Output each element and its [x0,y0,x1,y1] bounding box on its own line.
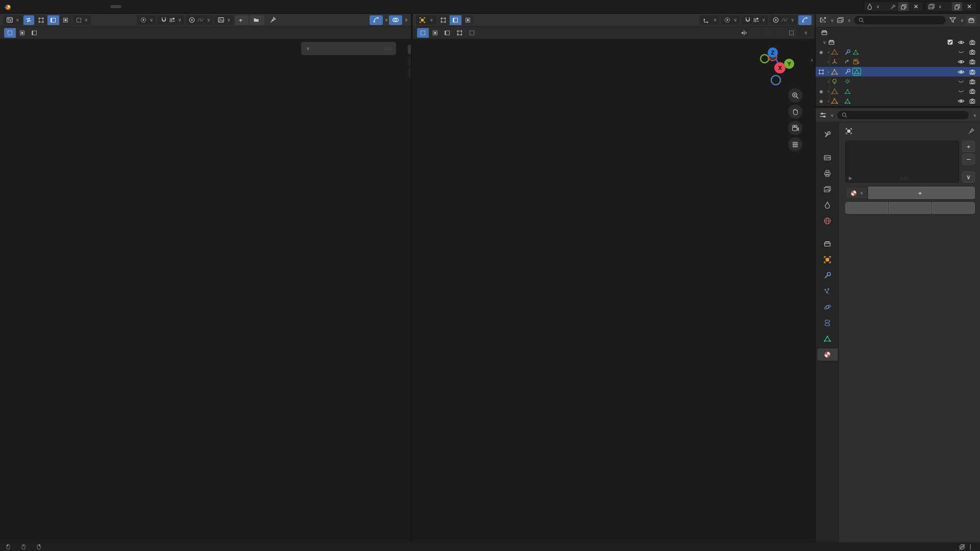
workspace-tab-layout[interactable] [74,5,85,8]
viewport-canvas[interactable] [413,39,815,542]
delete-scene-button[interactable]: ✕ [911,2,921,11]
workspace-tab-animation[interactable] [147,5,158,8]
options-dropdown[interactable]: ∨ [798,28,811,38]
overlays-dropdown[interactable]: ∨ [404,17,408,22]
vp-menu-uv[interactable] [539,19,547,21]
editor-type-button[interactable]: ∨ [3,15,22,25]
mesh-select-edge-button[interactable] [450,15,461,25]
camera-visibility-icon[interactable] [969,88,976,95]
outliner-display-mode-icon[interactable] [819,16,827,24]
add-material-slot-button[interactable]: ＋ [962,141,975,152]
eye-closed-icon[interactable] [958,88,965,95]
eye-open-icon[interactable] [958,68,965,76]
proportional-editing-button[interactable]: ∨ [769,15,797,25]
pin-icon[interactable] [890,4,896,10]
select-mode-vertex-button[interactable] [35,15,47,25]
workspace-tab-sculpting[interactable] [98,5,109,8]
select-set-mode-button[interactable] [417,28,429,38]
uv-menu-image[interactable] [110,19,118,21]
sidebar-collapse-arrow[interactable]: ‹ [811,57,813,64]
outliner-row-light[interactable]: › [816,77,980,86]
outliner-row-scene-collection[interactable] [816,28,980,37]
vp-menu-view[interactable] [475,19,483,21]
sidebar-tab-image[interactable] [407,44,411,55]
snap-button[interactable]: ∨ [741,15,769,25]
properties-search-input[interactable] [837,110,970,120]
select-intersect-mode-button[interactable] [466,28,478,38]
menu-help[interactable] [50,6,58,8]
properties-tab-data[interactable] [817,333,838,345]
select-difference-mode-button[interactable] [454,28,465,38]
select-extend-mode-button[interactable] [16,28,28,38]
image-new-button[interactable]: ＋ [235,15,249,25]
menu-render[interactable] [32,6,40,8]
pin-icon[interactable] [270,16,277,23]
disclosure-open-icon[interactable]: ∨ [823,40,826,45]
outliner-row-leg[interactable]: › [816,67,980,77]
select-set-mode-button[interactable] [4,28,16,38]
uv-vertex-panel[interactable]: ∨ :::: [301,42,396,55]
filter-icon[interactable] [949,16,957,24]
new-collection-button[interactable] [966,16,976,25]
new-view-layer-button[interactable] [952,2,962,11]
menu-edit[interactable] [22,6,31,8]
menu-window[interactable] [41,6,49,8]
properties-tab-constraints[interactable] [817,317,838,329]
properties-tab-object[interactable] [817,254,838,266]
mirror-y-toggle[interactable] [762,28,772,38]
show-gizmo-toggle[interactable] [798,15,812,25]
add-workspace-button[interactable] [208,5,219,8]
select-button[interactable] [889,202,932,214]
properties-tab-material[interactable] [817,348,838,361]
snap-button[interactable]: ∨ [157,15,185,25]
outliner-row-collection[interactable]: ∨ [816,37,980,47]
pivot-point-button[interactable]: ∨ [137,15,156,25]
eye-open-icon[interactable] [958,58,965,65]
new-scene-button[interactable] [898,2,909,11]
pin-icon[interactable] [968,128,975,135]
mesh-select-vertex-button[interactable] [437,15,449,25]
properties-tab-output[interactable] [817,167,838,180]
eye-closed-icon[interactable] [958,48,965,56]
scene-selector[interactable]: ∨ ✕ [864,2,924,12]
expand-icon[interactable]: ▶ [849,176,852,181]
vp-menu-mesh[interactable] [502,19,510,21]
sidebar-tab-tool[interactable] [407,56,411,66]
properties-tab-tool[interactable] [817,129,838,141]
outliner-row-cylinder[interactable]: ● › [816,47,980,57]
properties-tab-view-layer[interactable] [817,183,838,195]
navigation-gizmo[interactable]: Z Y X [757,43,800,86]
camera-visibility-icon[interactable] [969,39,976,46]
drag-handle-icon[interactable]: :::: [384,46,392,51]
perspective-toggle-button[interactable] [788,137,802,152]
material-slot-list[interactable]: ▶:::: [845,141,959,183]
properties-tab-world[interactable] [817,215,838,227]
zoom-button[interactable] [788,88,802,103]
mirror-x-toggle[interactable] [749,28,760,38]
snap-base-button[interactable] [786,28,797,38]
menu-file[interactable] [13,6,21,8]
properties-tab-collection[interactable] [817,238,838,250]
axis-neg-z-ball[interactable] [771,76,780,85]
image-browse-button[interactable]: ∨ [214,15,234,25]
sidebar-tab-view[interactable] [407,68,411,78]
outliner-row-empty[interactable]: › [816,57,980,67]
select-subtract-mode-button[interactable] [29,28,40,38]
show-overlays-toggle[interactable] [389,15,402,25]
workspace-tab-uv-editing[interactable] [110,5,121,8]
checkbox-checked-icon[interactable] [947,39,953,45]
select-extend-mode-button[interactable] [429,28,441,38]
eye-open-icon[interactable] [958,97,965,105]
pan-button[interactable] [788,105,802,119]
camera-visibility-icon[interactable] [969,78,976,85]
mode-selector[interactable]: ∨ [416,15,436,25]
outliner-search-input[interactable] [853,15,946,25]
proportional-editing-button[interactable]: ∨ [185,15,213,25]
uv-menu-view[interactable] [92,19,100,21]
assign-button[interactable] [845,202,888,214]
camera-visibility-icon[interactable] [969,48,976,56]
gizmo-dropdown[interactable]: ∨ [385,17,388,22]
mirror-z-toggle[interactable] [774,28,785,38]
material-specials-dropdown[interactable]: ∨ [962,171,975,183]
workspace-tab-texture-paint[interactable] [122,5,134,8]
